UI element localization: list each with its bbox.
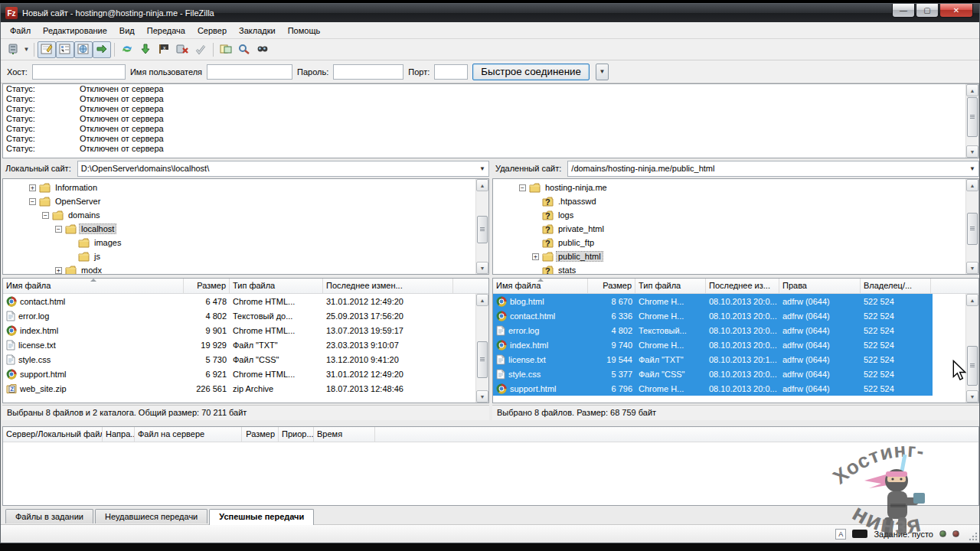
- menu-item-4[interactable]: Передача: [141, 24, 191, 37]
- queue-column-header-5[interactable]: Приор...: [279, 427, 314, 442]
- column-header-3[interactable]: Тип файла: [230, 279, 323, 293]
- tree-item-OpenServer[interactable]: −OpenServer: [3, 194, 475, 208]
- tree-item-stats[interactable]: ?stats: [493, 263, 965, 275]
- process-queue-button[interactable]: [136, 41, 155, 58]
- file-row-web_site.zip[interactable]: Zweb_site.zip226 561zip Archive18.07.201…: [3, 381, 475, 396]
- chevron-down-icon[interactable]: ▼: [476, 161, 488, 176]
- username-input[interactable]: [207, 64, 292, 80]
- file-row-contact.html[interactable]: contact.html6 336Chrome H...08.10.2013 2…: [493, 308, 933, 323]
- file-row-index.html[interactable]: index.html9 740Chrome H...08.10.2013 20:…: [493, 337, 933, 352]
- column-header-4[interactable]: Последнее из...: [706, 279, 779, 293]
- file-row-index.html[interactable]: index.html9 901Chrome HTML...13.07.2013 …: [3, 323, 475, 337]
- filter-button[interactable]: [191, 41, 210, 58]
- local-tree-scrollbar[interactable]: ▲ ▼: [475, 179, 488, 274]
- scroll-down-icon[interactable]: ▼: [966, 390, 978, 403]
- collapse-icon[interactable]: −: [519, 184, 526, 191]
- compare-button[interactable]: [217, 41, 235, 58]
- column-header-1[interactable]: Имя файла: [493, 279, 588, 293]
- queue-column-header-3[interactable]: Файл на сервере: [135, 427, 242, 442]
- tree-item-Information[interactable]: +Information: [3, 181, 475, 194]
- tree-item-.htpasswd[interactable]: ?.htpasswd: [493, 194, 965, 208]
- column-header-2[interactable]: Размер: [588, 279, 635, 293]
- column-header-3[interactable]: Тип файла: [635, 279, 706, 293]
- menu-item-5[interactable]: Сервер: [191, 24, 233, 37]
- tab-2[interactable]: Неудавшиеся передачи: [95, 509, 207, 523]
- column-header-2[interactable]: Размер: [184, 279, 230, 293]
- file-row-support.html[interactable]: support.html6 796Chrome H...08.10.2013 2…: [493, 381, 933, 396]
- scroll-up-icon[interactable]: ▲: [476, 294, 488, 306]
- expand-icon[interactable]: +: [532, 253, 539, 260]
- sync-browse-button[interactable]: [235, 41, 253, 58]
- chevron-down-icon[interactable]: ▼: [966, 161, 978, 176]
- refresh-button[interactable]: [118, 41, 136, 58]
- queue-column-header-1[interactable]: Сервер/Локальный файл: [3, 427, 103, 442]
- expand-icon[interactable]: +: [55, 267, 62, 274]
- tree-item-images[interactable]: images: [3, 236, 475, 249]
- minimize-button[interactable]: —: [892, 4, 915, 18]
- tree-item-localhost[interactable]: −localhost: [3, 222, 475, 236]
- column-header-4[interactable]: Последнее измен...: [323, 279, 453, 293]
- tree-item-js[interactable]: js: [3, 249, 475, 263]
- queue-column-header-4[interactable]: Размер: [242, 427, 279, 442]
- remote-tree-scrollbar[interactable]: ▲ ▼: [965, 179, 978, 274]
- file-row-style.css[interactable]: style.css5 377Файл "CSS"08.10.2013 20:0.…: [493, 367, 933, 381]
- host-input[interactable]: [32, 64, 126, 80]
- file-row-contact.html[interactable]: contact.html6 478Chrome HTML...31.01.201…: [3, 294, 475, 308]
- transfer-queue-toggle-button[interactable]: [93, 41, 111, 58]
- local-path-combo[interactable]: D:\OpenServer\domains\localhost\ ▼: [77, 161, 489, 177]
- collapse-icon[interactable]: −: [42, 212, 49, 219]
- port-input[interactable]: [434, 64, 468, 80]
- message-log-scrollbar[interactable]: ▲ ▼: [965, 84, 978, 158]
- site-manager-dropdown[interactable]: ▼: [22, 41, 31, 58]
- scroll-down-icon[interactable]: ▼: [476, 262, 488, 274]
- scroll-up-icon[interactable]: ▲: [476, 179, 488, 191]
- tree-item-public_html[interactable]: +public_html: [493, 249, 965, 263]
- tree-item-logs[interactable]: ?logs: [493, 208, 965, 222]
- menu-item-3[interactable]: Вид: [113, 24, 141, 37]
- password-input[interactable]: [333, 64, 403, 80]
- quickconnect-dropdown[interactable]: ▼: [596, 64, 609, 80]
- file-row-license.txt[interactable]: license.txt19 544Файл "TXT"08.10.2013 20…: [493, 352, 933, 367]
- file-row-style.css[interactable]: style.css5 730Файл "CSS"13.12.2010 9:41:…: [3, 352, 475, 367]
- disconnect-button[interactable]: [173, 41, 191, 58]
- tree-item-private_html[interactable]: ?private_html: [493, 222, 965, 236]
- maximize-button[interactable]: ▢: [916, 4, 939, 18]
- speed-limit-icon[interactable]: [852, 530, 867, 538]
- file-row-support.html[interactable]: support.html6 921Chrome HTML...31.01.201…: [3, 367, 475, 381]
- menu-item-2[interactable]: Редактирование: [37, 24, 113, 37]
- resize-grip[interactable]: [968, 531, 978, 541]
- search-button[interactable]: [253, 41, 272, 58]
- quickconnect-button[interactable]: Быстрое соединение: [472, 64, 590, 80]
- site-manager-button[interactable]: [4, 41, 22, 58]
- menu-item-7[interactable]: Помощь: [282, 24, 327, 37]
- remote-list-scrollbar[interactable]: ▲ ▼: [965, 294, 978, 403]
- tree-item-hosting-ninja.me[interactable]: −hosting-ninja.me: [493, 181, 965, 194]
- tree-item-domains[interactable]: −domains: [3, 208, 475, 222]
- file-row-blog.html[interactable]: blog.html8 670Chrome H...08.10.2013 20:0…: [493, 294, 933, 308]
- scroll-down-icon[interactable]: ▼: [966, 145, 978, 158]
- tree-item-public_ftp[interactable]: ?public_ftp: [493, 236, 965, 249]
- close-button[interactable]: ✕: [939, 4, 973, 18]
- expand-icon[interactable]: +: [29, 184, 36, 191]
- tree-item-modx[interactable]: +modx: [3, 263, 475, 275]
- column-header-1[interactable]: Имя файла: [3, 279, 184, 293]
- column-header-5[interactable]: Права: [779, 279, 861, 293]
- scroll-up-icon[interactable]: ▲: [966, 179, 978, 191]
- cancel-button[interactable]: x: [155, 41, 173, 58]
- message-log-toggle-button[interactable]: [38, 41, 56, 58]
- scroll-up-icon[interactable]: ▲: [966, 84, 978, 96]
- local-tree-toggle-button[interactable]: [56, 41, 74, 58]
- file-row-error.log[interactable]: error.log4 802Текстовый...08.10.2013 20:…: [493, 323, 933, 337]
- scroll-down-icon[interactable]: ▼: [966, 262, 978, 274]
- file-row-error.log[interactable]: error.log4 802Текстовый до...25.09.2013 …: [3, 308, 475, 323]
- file-row-license.txt[interactable]: license.txt19 929Файл "TXT"23.03.2013 9:…: [3, 337, 475, 352]
- collapse-icon[interactable]: −: [29, 198, 36, 205]
- tab-1[interactable]: Файлы в задании: [5, 509, 93, 523]
- scroll-up-icon[interactable]: ▲: [966, 294, 978, 306]
- remote-path-combo[interactable]: /domains/hosting-ninja.me/public_html ▼: [567, 161, 979, 177]
- scroll-down-icon[interactable]: ▼: [476, 390, 488, 403]
- queue-column-header-6[interactable]: Время: [314, 427, 375, 442]
- queue-column-header-2[interactable]: Напра...: [103, 427, 135, 442]
- title-bar[interactable]: Fz Новый сайт - hostingn@hosting-ninja.m…: [1, 4, 979, 22]
- menu-item-1[interactable]: Файл: [4, 24, 37, 37]
